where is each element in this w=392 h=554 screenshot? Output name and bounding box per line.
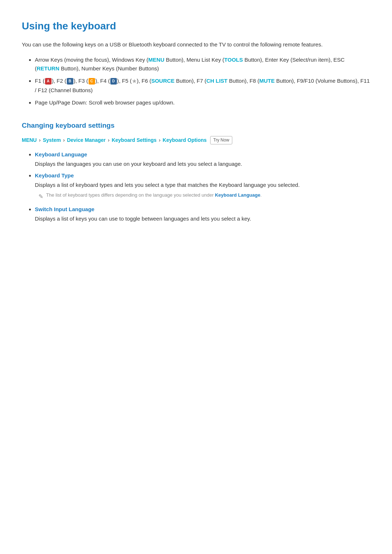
note-box: ✎ The list of keyboard types differs dep… (35, 192, 370, 201)
chevron-icon: › (63, 136, 65, 144)
switch-input-language-item: Switch Input Language Displays a list of… (35, 205, 370, 223)
menu-path-device-manager: Device Manager (67, 136, 106, 144)
switch-input-language-desc: Displays a list of keys you can use to t… (35, 214, 370, 223)
keyboard-language-link: Keyboard Language (215, 192, 260, 198)
tools-keyword: TOOLS (224, 57, 243, 63)
menu-path-keyboard-settings: Keyboard Settings (112, 136, 157, 144)
return-keyword: RETURN (37, 65, 60, 71)
menu-path-system: System (43, 136, 61, 144)
source-keyword: SOURCE (151, 78, 175, 84)
keyboard-language-title: Keyboard Language (35, 151, 87, 157)
menu-keyword: MENU (148, 57, 164, 63)
badge-b: B (67, 78, 73, 85)
page-title: Using the keyboard (22, 18, 370, 34)
menu-path-menu: MENU (22, 136, 37, 144)
mute-keyword: MUTE (259, 78, 275, 84)
keyboard-type-desc: Displays a list of keyboard types and le… (35, 181, 370, 189)
chevron-icon: › (159, 136, 160, 144)
badge-a: A (45, 78, 52, 85)
star-icon: ★ (132, 78, 137, 84)
section2-title: Changing keyboard settings (22, 120, 370, 131)
list-item: Arrow Keys (moving the focus), Windows K… (35, 56, 370, 73)
keyboard-type-title: Keyboard Type (35, 172, 74, 178)
list-item: Page Up/Page Down: Scroll web browser pa… (35, 98, 370, 107)
keyboard-language-desc: Displays the languages you can use on yo… (35, 160, 370, 168)
feature-list: Arrow Keys (moving the focus), Windows K… (22, 56, 370, 107)
intro-text: You can use the following keys on a USB … (22, 40, 370, 49)
chevron-icon: › (39, 136, 41, 144)
badge-d: D (110, 78, 117, 85)
keyboard-language-item: Keyboard Language Displays the languages… (35, 150, 370, 168)
note-text: The list of keyboard types differs depen… (46, 192, 262, 199)
chevron-icon: › (108, 136, 110, 144)
badge-c: C (89, 78, 95, 85)
menu-path: MENU › System › Device Manager › Keyboar… (22, 136, 370, 144)
menu-path-keyboard-options: Keyboard Options (163, 136, 207, 144)
pencil-icon: ✎ (38, 192, 43, 201)
list-item: F1 (A), F2 (B), F3 (C), F4 (D), F5 (★), … (35, 77, 370, 95)
keyboard-type-item: Keyboard Type Displays a list of keyboar… (35, 171, 370, 201)
chlist-keyword: CH LIST (206, 78, 227, 84)
try-now-badge[interactable]: Try Now (210, 136, 232, 144)
switch-input-language-title: Switch Input Language (35, 206, 94, 212)
keyboard-settings-list: Keyboard Language Displays the languages… (22, 150, 370, 223)
